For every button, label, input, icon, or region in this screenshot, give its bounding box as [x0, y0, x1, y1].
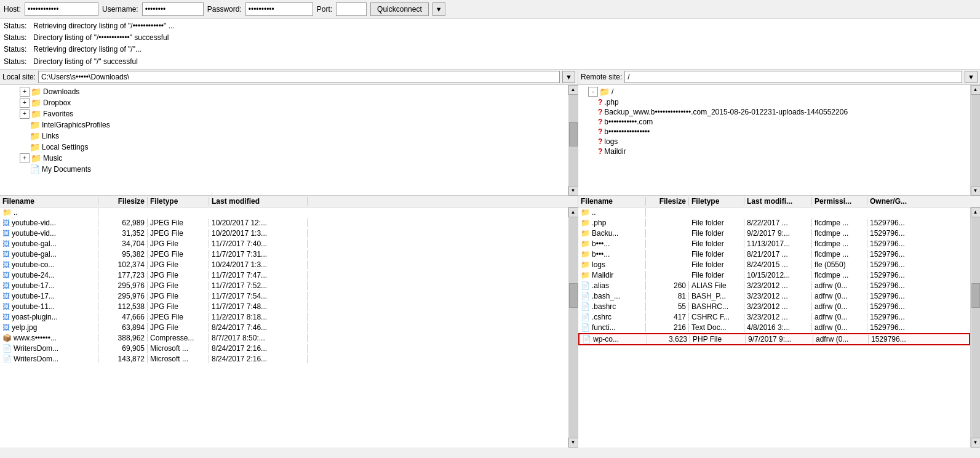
local-file-row[interactable]: 🖼yelp.jpg 63,894 JPG File 8/24/2017 7:46… [0, 323, 568, 333]
host-input[interactable] [25, 2, 98, 16]
local-file-row[interactable]: 🖼youtube-co... 102,374 JPG File 10/24/20… [0, 260, 568, 270]
question-icon-maildir: ? [598, 147, 602, 156]
remote-file-row[interactable]: 📄.cshrc 417 CSHRC F... 3/23/2012 ... adf… [578, 312, 970, 323]
remote-file-tree[interactable]: - 📁 / ? .php ? Backup_www.b•••• [578, 85, 970, 196]
tree-item-php[interactable]: ? .php [578, 97, 970, 107]
tree-item-logs[interactable]: ? logs [578, 137, 970, 147]
remote-file-row[interactable]: 📁.php File folder 8/22/2017 ... flcdmpe … [578, 218, 970, 228]
local-file-row[interactable]: 🖼youtube-vid... 31,352 JPEG File 10/20/2… [0, 228, 568, 239]
remote-tree-scrollbar[interactable]: ▲ ▼ [970, 85, 980, 196]
local-tree-scrollbar[interactable]: ▲ ▼ [568, 85, 578, 196]
local-path-input[interactable] [38, 71, 560, 83]
remote-scroll-up[interactable]: ▲ [971, 207, 981, 217]
status-text-2: Directory listing of "/••••••••••••" suc… [33, 32, 169, 44]
remote-scroll-thumb[interactable] [971, 283, 980, 308]
local-tree-content: + 📁 Downloads + 📁 Dropbox + [0, 85, 568, 196]
remote-file-row-updir[interactable]: 📁.. [578, 207, 970, 218]
remote-file-row[interactable]: 📄functi... 216 Text Doc... 4/8/2016 3:..… [578, 323, 970, 333]
remote-tree-scroll-down[interactable]: ▼ [971, 186, 981, 196]
remote-file-row[interactable]: 📄.bash_... 81 BASH_P... 3/23/2012 ... ad… [578, 291, 970, 302]
tree-item-remote-folder2[interactable]: ? b•••••••••••••••• [578, 127, 970, 137]
quickconnect-dropdown[interactable]: ▼ [432, 2, 445, 16]
remote-file-row[interactable]: 📁b•••... File folder 11/13/2017... flcdm… [578, 239, 970, 249]
col-header-filetype[interactable]: Filetype [148, 197, 209, 206]
tree-expand-dropbox[interactable]: + [20, 98, 30, 108]
local-file-list[interactable]: 📁.. 🖼youtube-vid... 62,989 JPEG File 10/… [0, 207, 568, 448]
local-file-tree[interactable]: + 📁 Downloads + 📁 Dropbox + [0, 85, 568, 196]
tree-item-root[interactable]: - 📁 / [578, 86, 970, 97]
port-input[interactable] [336, 2, 367, 16]
local-file-row[interactable]: 🖼youtube-gal... 34,704 JPG File 11/7/201… [0, 239, 568, 249]
quickconnect-button[interactable]: Quickconnect [370, 2, 429, 16]
local-file-row[interactable]: 🖼yoast-plugin... 47,666 JPEG File 11/2/2… [0, 312, 568, 323]
remote-scroll-down[interactable]: ▼ [971, 438, 981, 448]
tree-item-dropbox[interactable]: + 📁 Dropbox [0, 97, 568, 108]
img-icon: 🖼 [2, 250, 10, 259]
remote-file-row[interactable]: 📁Backu... File folder 9/2/2017 9:... flc… [578, 228, 970, 239]
local-file-row[interactable]: 🖼youtube-17... 295,976 JPG File 11/7/201… [0, 291, 568, 302]
remote-scroll-track[interactable] [971, 217, 980, 438]
col-header-lastmod[interactable]: Last modified [209, 197, 308, 206]
remote-path-dropdown[interactable]: ▼ [965, 71, 978, 83]
scroll-up-arrow[interactable]: ▲ [568, 85, 578, 95]
remote-tree-scroll-up[interactable]: ▲ [971, 85, 981, 95]
local-scroll-thumb[interactable] [569, 283, 578, 308]
tree-item-remote-folder1[interactable]: ? b•••••••••••.com [578, 117, 970, 127]
local-file-row[interactable]: 🖼youtube-vid... 62,989 JPEG File 10/20/2… [0, 218, 568, 228]
tree-item-music[interactable]: + 📁 Music [0, 153, 568, 164]
local-file-row[interactable]: 🖼youtube-11... 112,538 JPG File 11/7/201… [0, 302, 568, 312]
scroll-track[interactable] [569, 95, 578, 186]
img-icon: 🖼 [2, 229, 10, 238]
username-input[interactable] [142, 2, 204, 16]
local-scroll-down[interactable]: ▼ [568, 438, 578, 448]
local-scroll-up[interactable]: ▲ [568, 207, 578, 217]
tree-item-mydocs[interactable]: 📄 My Documents [0, 164, 568, 175]
local-file-row[interactable]: 🖼youtube-24... 177,723 JPG File 11/7/201… [0, 270, 568, 281]
tree-item-backup[interactable]: ? Backup_www.b••••••••••••••.com_2015-08… [578, 107, 970, 117]
remote-path-input[interactable] [624, 71, 962, 83]
scroll-thumb[interactable] [569, 122, 578, 147]
remote-file-row[interactable]: 📁logs File folder 8/24/2015 ... fle (055… [578, 260, 970, 270]
tree-item-maildir[interactable]: ? Maildir [578, 147, 970, 156]
remote-file-row[interactable]: 📄.alias 260 ALIAS File 3/23/2012 ... adf… [578, 281, 970, 291]
local-file-scrollbar[interactable]: ▲ ▼ [568, 207, 578, 448]
remote-file-row-wpconfig[interactable]: 📄wp-co... 3,623 PHP File 9/7/2017 9:... … [578, 333, 970, 345]
local-file-row-updir[interactable]: 📁.. [0, 207, 568, 218]
remote-file-row[interactable]: 📄.bashrc 55 BASHRC... 3/23/2012 ... adfr… [578, 302, 970, 312]
local-scroll-track[interactable] [569, 217, 578, 438]
tree-item-favorites[interactable]: + 📁 Favorites [0, 108, 568, 119]
rcol-header-filetype[interactable]: Filetype [689, 197, 744, 206]
scroll-down-arrow[interactable]: ▼ [568, 186, 578, 196]
question-icon-f1: ? [598, 118, 602, 126]
local-file-row[interactable]: 📦www.s••••••... 388,962 Compresse... 8/7… [0, 333, 568, 344]
col-header-filename[interactable]: Filename [0, 197, 98, 206]
file-icon: 📄 [581, 281, 590, 290]
remote-file-scrollbar[interactable]: ▲ ▼ [970, 207, 980, 448]
folder-icon-root: 📁 [599, 87, 610, 97]
rcol-header-filename[interactable]: Filename [578, 197, 646, 206]
rcol-header-filesize[interactable]: Filesize [646, 197, 689, 206]
rcol-header-lastmod[interactable]: Last modifi... [744, 197, 812, 206]
remote-tree-scroll-track[interactable] [971, 95, 980, 186]
password-input[interactable] [245, 2, 313, 16]
col-header-filesize[interactable]: Filesize [98, 197, 148, 206]
tree-item-downloads[interactable]: + 📁 Downloads [0, 86, 568, 97]
tree-item-intel[interactable]: 📁 IntelGraphicsProfiles [0, 119, 568, 131]
tree-label-dropbox: Dropbox [43, 98, 71, 107]
remote-file-row[interactable]: 📁b•••... File folder 8/21/2017 ... flcdm… [578, 249, 970, 260]
local-file-row[interactable]: 🖼youtube-gal... 95,382 JPEG File 11/7/20… [0, 249, 568, 260]
tree-item-localsettings[interactable]: 📁 Local Settings [0, 142, 568, 153]
local-file-row[interactable]: 🖼youtube-17... 295,976 JPG File 11/7/201… [0, 281, 568, 291]
rcol-header-perms[interactable]: Permissi... [812, 197, 867, 206]
local-file-row[interactable]: 📄WritersDom... 69,905 Microsoft ... 8/24… [0, 344, 568, 354]
tree-expand-downloads[interactable]: + [20, 87, 30, 97]
tree-expand-music[interactable]: + [20, 153, 30, 163]
remote-file-list[interactable]: 📁.. 📁.php File folder 8/22/2017 ... flcd… [578, 207, 970, 448]
remote-file-row[interactable]: 📁Maildir File folder 10/15/2012... flcdm… [578, 270, 970, 281]
local-path-dropdown[interactable]: ▼ [562, 71, 575, 83]
local-file-row[interactable]: 📄WritersDom... 143,872 Microsoft ... 8/2… [0, 354, 568, 364]
rcol-header-owner[interactable]: Owner/G... [867, 197, 980, 206]
tree-item-links[interactable]: 📁 Links [0, 131, 568, 142]
tree-expand-favorites[interactable]: + [20, 109, 30, 119]
tree-expand-root[interactable]: - [588, 87, 598, 97]
